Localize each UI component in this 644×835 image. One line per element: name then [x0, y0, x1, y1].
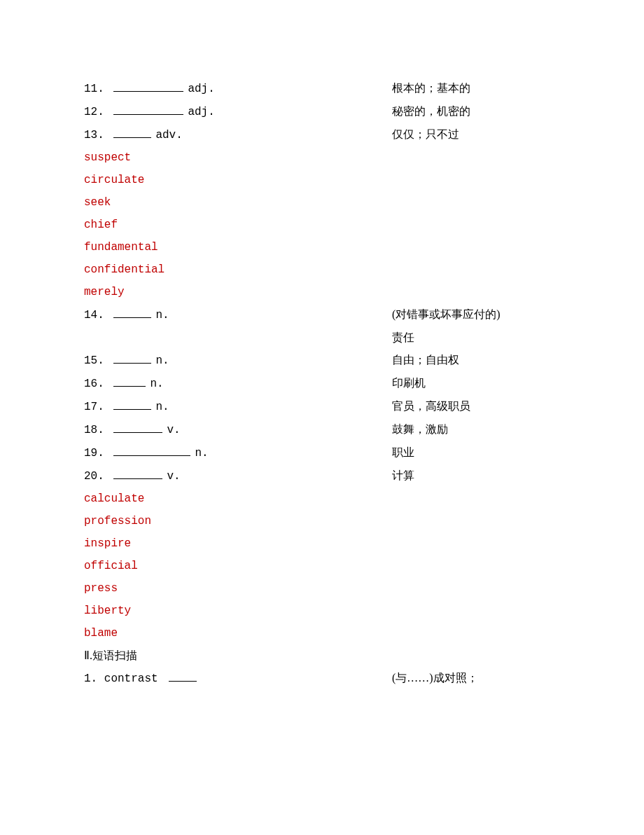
blank-line — [113, 446, 190, 456]
part-of-speech: adj. — [188, 83, 214, 95]
blank-line — [113, 422, 162, 433]
answer-word: inspire — [84, 532, 560, 555]
vocab-row: 14. n. (对错事或坏事应付的) — [84, 303, 560, 326]
vocab-row: 20. v. 计算 — [84, 464, 560, 488]
vocab-row: 11. adj. 根本的；基本的 — [84, 77, 560, 100]
part-of-speech: n. — [155, 309, 169, 322]
part-of-speech: adj. — [188, 106, 214, 118]
definition: 秘密的，机密的 — [392, 100, 560, 123]
answer-word: liberty — [84, 600, 560, 622]
definition: 印刷机 — [392, 372, 560, 395]
section-heading: Ⅱ.短语扫描 — [84, 644, 560, 667]
answer-word: blame — [84, 622, 560, 644]
definition: 仅仅；只不过 — [392, 123, 560, 146]
vocab-row: 13. adv. 仅仅；只不过 — [84, 123, 560, 146]
definition: 鼓舞，激励 — [392, 418, 560, 441]
blank-line — [169, 671, 197, 682]
answer-word: chief — [84, 214, 560, 236]
item-number: 12 — [84, 106, 97, 118]
vocab-row: 19. n. 职业 — [84, 441, 560, 464]
item-number: 16 — [84, 378, 97, 390]
definition: (对错事或坏事应付的) — [392, 303, 560, 326]
row-left: 16. n. — [84, 372, 392, 395]
row-left: 20. v. — [84, 464, 392, 488]
blank-line — [113, 308, 151, 318]
blank-line — [113, 399, 151, 410]
definition: 计算 — [392, 464, 560, 488]
definition: 根本的；基本的 — [392, 77, 560, 100]
vocab-row: 12. adj. 秘密的，机密的 — [84, 100, 560, 123]
item-number: 13 — [84, 129, 97, 142]
vocab-row: 18. v. 鼓舞，激励 — [84, 418, 560, 441]
part-of-speech: n. — [150, 378, 163, 390]
phrase-row: 1. contrast (与……)成对照； — [84, 667, 560, 690]
row-left: 19. n. — [84, 441, 392, 464]
answer-word: fundamental — [84, 236, 560, 258]
row-left: 18. v. — [84, 418, 392, 441]
row-left: 15. n. — [84, 349, 392, 372]
row-left: 14. n. — [84, 303, 392, 326]
definition: 官员，高级职员 — [392, 395, 560, 418]
worksheet-page: 11. adj. 根本的；基本的 12. adj. 秘密的，机密的 13. ad… — [0, 0, 644, 732]
blank-line — [113, 376, 146, 387]
blank-line — [113, 353, 151, 364]
item-number: 18 — [84, 424, 97, 436]
item-number: 14 — [84, 309, 97, 322]
vocab-row: 15. n. 自由；自由权 — [84, 349, 560, 372]
item-number: 19 — [84, 447, 97, 460]
answer-word: merely — [84, 281, 560, 303]
answer-word: calculate — [84, 488, 560, 510]
vocab-row: 16. n. 印刷机 — [84, 372, 560, 395]
row-left: 12. adj. — [84, 100, 392, 123]
blank-line — [113, 469, 162, 479]
part-of-speech: n. — [155, 401, 169, 413]
item-number: 17 — [84, 401, 97, 413]
part-of-speech: v. — [167, 424, 180, 436]
vocab-row-cont: 责任 — [84, 326, 560, 349]
definition: 职业 — [392, 441, 560, 464]
answer-word: circulate — [84, 169, 560, 191]
definition-cont: 责任 — [392, 326, 560, 349]
item-number: 15 — [84, 354, 97, 367]
definition: (与……)成对照； — [392, 667, 560, 690]
blank-line — [113, 81, 183, 92]
item-number: 11 — [84, 83, 97, 95]
row-left: 13. adv. — [84, 123, 392, 146]
answer-word: seek — [84, 191, 560, 214]
answer-word: suspect — [84, 146, 560, 169]
vocab-row: 17. n. 官员，高级职员 — [84, 395, 560, 418]
item-number: 20 — [84, 470, 97, 483]
phrase-text: 1. contrast — [84, 672, 164, 685]
blank-line — [113, 127, 151, 138]
answer-word: profession — [84, 510, 560, 532]
part-of-speech: n. — [195, 447, 208, 460]
part-of-speech: adv. — [155, 129, 182, 142]
row-left: 1. contrast — [84, 667, 392, 690]
answer-word: press — [84, 577, 560, 600]
row-left: 17. n. — [84, 395, 392, 418]
answer-word: official — [84, 555, 560, 577]
definition: 自由；自由权 — [392, 349, 560, 372]
part-of-speech: n. — [155, 354, 169, 367]
answer-word: confidential — [84, 258, 560, 281]
row-left: 11. adj. — [84, 77, 392, 100]
part-of-speech: v. — [167, 470, 180, 483]
blank-line — [113, 104, 183, 115]
